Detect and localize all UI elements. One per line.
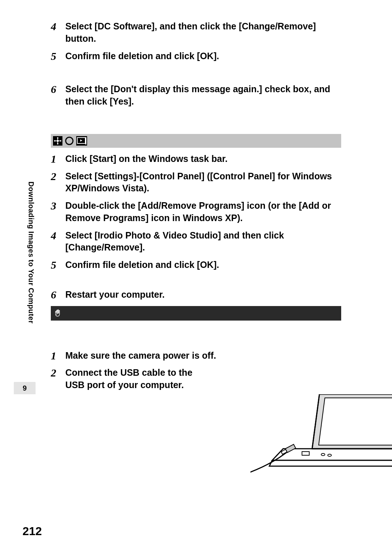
step-text: Confirm file deletion and click [OK]. bbox=[65, 50, 219, 62]
step-item: 2 Connect the USB cable to the USB port … bbox=[51, 367, 341, 391]
step-text: Click [Start] on the Windows task bar. bbox=[65, 153, 228, 165]
step-number: 5 bbox=[51, 50, 65, 62]
connector-icon bbox=[53, 136, 62, 146]
sidebar-chapter-tab: 9 bbox=[14, 382, 36, 394]
svg-point-8 bbox=[66, 137, 73, 144]
svg-rect-12 bbox=[85, 137, 86, 144]
step-number: 1 bbox=[51, 153, 65, 164]
section-header-bar bbox=[51, 134, 341, 148]
step-item: 5 Confirm file deletion and click [OK]. bbox=[51, 50, 341, 62]
step-number: 6 bbox=[51, 289, 65, 300]
step-item: 2 Select [Settings]-[Control Panel] ([Co… bbox=[51, 170, 341, 195]
step-item: 4 Select [DC Software], and then click t… bbox=[51, 20, 341, 45]
svg-marker-15 bbox=[269, 460, 392, 466]
sidebar-label: Downloading Images to Your Computer bbox=[27, 182, 35, 323]
step-number: 5 bbox=[51, 259, 65, 270]
step-item: 6 Restart your computer. bbox=[51, 289, 341, 301]
step-text: Connect the USB cable to the USB port of… bbox=[65, 367, 211, 391]
step-number: 4 bbox=[51, 20, 65, 32]
usb-laptop-illustration bbox=[250, 394, 392, 474]
sidebar: Downloading Images to Your Computer 9 bbox=[27, 182, 38, 399]
section-header-bar-dark bbox=[51, 306, 341, 321]
step-item: 4 Select [Irodio Photo & Video Studio] a… bbox=[51, 229, 341, 254]
step-item: 3 Double-click the [Add/Remove Programs]… bbox=[51, 200, 341, 224]
step-text: Select the [Don't display this message a… bbox=[65, 83, 341, 108]
step-item: 1 Make sure the camera power is off. bbox=[51, 350, 341, 362]
step-number: 1 bbox=[51, 350, 65, 361]
content-column: 4 Select [DC Software], and then click t… bbox=[51, 20, 341, 396]
hand-icon bbox=[53, 309, 62, 318]
svg-rect-18 bbox=[302, 452, 309, 455]
step-number: 6 bbox=[51, 83, 65, 95]
play-in-screen-icon bbox=[76, 136, 87, 146]
step-text: Restart your computer. bbox=[65, 289, 165, 301]
step-item: 6 Select the [Don't display this message… bbox=[51, 83, 341, 108]
step-number: 2 bbox=[51, 170, 65, 182]
step-text: Double-click the [Add/Remove Programs] i… bbox=[65, 200, 341, 224]
step-text: Confirm file deletion and click [OK]. bbox=[65, 259, 219, 271]
step-text: Make sure the camera power is off. bbox=[65, 350, 216, 362]
svg-marker-17 bbox=[319, 398, 392, 445]
step-text: Select [DC Software], and then click the… bbox=[65, 20, 341, 45]
step-number: 2 bbox=[51, 367, 65, 378]
page-number: 212 bbox=[23, 525, 42, 538]
step-text: Select [Settings]-[Control Panel] ([Cont… bbox=[65, 170, 341, 195]
step-number: 3 bbox=[51, 200, 65, 211]
circle-icon bbox=[65, 136, 74, 146]
step-text: Select [Irodio Photo & Video Studio] and… bbox=[65, 229, 341, 254]
step-item: 5 Confirm file deletion and click [OK]. bbox=[51, 259, 341, 271]
step-number: 4 bbox=[51, 229, 65, 241]
manual-page: Downloading Images to Your Computer 9 4 … bbox=[0, 0, 392, 554]
step-item: 1 Click [Start] on the Windows task bar. bbox=[51, 153, 341, 165]
